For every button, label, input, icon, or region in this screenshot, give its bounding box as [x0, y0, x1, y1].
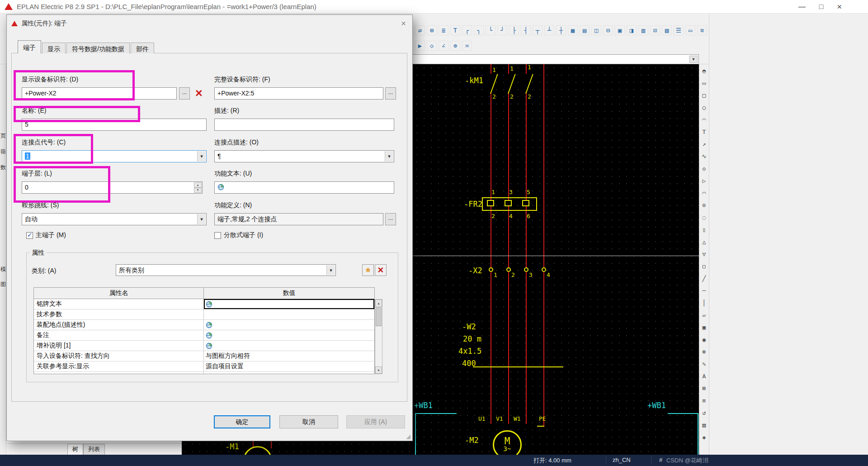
window-minimize-button[interactable]: — — [798, 3, 806, 11]
navigator-view-tab[interactable]: 列表 — [83, 444, 105, 455]
toolbar-icon[interactable]: ├ — [509, 25, 519, 35]
toolbar-icon[interactable]: ┌ — [462, 25, 472, 35]
saddle-jumper-combobox[interactable]: 自动 — [22, 213, 207, 225]
toolbar-icon[interactable]: └ — [486, 25, 495, 35]
toolbar-icon[interactable]: ⊕ — [450, 41, 460, 51]
toolbar-icon[interactable]: ┼ — [556, 25, 566, 35]
dialog-titlebar[interactable]: 属性(元件): 端子 — [7, 15, 412, 32]
scroll-up-icon[interactable] — [375, 300, 382, 307]
toolbar-icon[interactable]: ≍ — [462, 41, 472, 51]
distributed-terminal-checkbox[interactable] — [214, 232, 221, 239]
displayed-dt-input[interactable]: +Power-X2 — [22, 87, 177, 100]
toolbar-icon[interactable]: ▶ — [415, 41, 425, 51]
chevron-down-icon[interactable]: ▼ — [689, 56, 698, 63]
terminal-layer-spinner[interactable]: 0 — [22, 181, 203, 194]
table-row[interactable]: 关联参考显示:显示 源自项目设置 — [34, 361, 374, 372]
toolbar-icon[interactable]: ✎ — [700, 360, 708, 368]
toolbar-icon[interactable]: ▦ — [568, 25, 578, 35]
toolbar-icon[interactable]: ◻ — [700, 262, 708, 270]
collapsed-panel-tab[interactable]: 页 — [0, 132, 6, 140]
connection-point-combobox[interactable]: 1 — [22, 150, 207, 162]
scrollbar-thumb[interactable] — [376, 307, 382, 326]
toolbar-icon[interactable]: ◓ — [700, 67, 708, 75]
toolbar-icon[interactable]: ▭ — [700, 79, 708, 87]
spinner-buttons[interactable] — [194, 182, 202, 193]
window-maximize-button[interactable]: □ — [819, 3, 824, 11]
description-input[interactable] — [214, 119, 394, 131]
toolbar-icon[interactable]: ⊞ — [427, 25, 437, 35]
toolbar-icon[interactable]: ◉ — [700, 335, 708, 343]
toolbar-icon[interactable]: ┐ — [474, 25, 484, 35]
function-text-input[interactable] — [214, 181, 394, 194]
displayed-dt-browse-button[interactable]: ... — [179, 87, 190, 100]
toolbar-icon[interactable]: △ — [700, 238, 708, 246]
table-row[interactable]: 技术参数 — [34, 309, 374, 320]
delete-property-button[interactable] — [375, 264, 387, 276]
full-dt-browse-button[interactable]: ... — [385, 87, 396, 100]
collapsed-panel-tab[interactable]: 图 — [0, 281, 6, 288]
main-terminal-checkbox-row[interactable]: 主端子 (M) — [26, 231, 66, 239]
toolbar-icon[interactable]: ◠ — [700, 115, 708, 124]
chevron-down-icon[interactable] — [197, 151, 206, 162]
chevron-down-icon[interactable] — [385, 151, 393, 162]
toolbar-icon[interactable]: ⊟ — [603, 25, 613, 35]
category-combobox[interactable]: 所有类别 — [116, 264, 336, 276]
toolbar-icon[interactable]: ⊙ — [700, 201, 708, 209]
toolbar-icon[interactable]: ▤ — [700, 421, 708, 429]
dialog-tab[interactable]: 端子 — [18, 40, 41, 53]
table-row[interactable]: 装配地点(描述性) — [34, 320, 374, 330]
delete-dt-button[interactable] — [192, 87, 206, 100]
connection-desc-combobox[interactable]: ¶ — [214, 150, 394, 162]
ok-button[interactable]: 确定 — [214, 415, 270, 428]
toolbar-icon[interactable]: ┘ — [497, 25, 507, 35]
scroll-down-icon[interactable] — [375, 366, 382, 374]
toolbar-icon[interactable]: ┤ — [521, 25, 531, 35]
toolbar-icon[interactable]: ◇ — [427, 41, 437, 51]
chevron-down-icon[interactable] — [197, 214, 206, 224]
toolbar-icon[interactable]: ∿ — [700, 152, 708, 160]
toolbar-icon[interactable]: ⊡ — [650, 25, 660, 35]
toolbar-icon[interactable]: ╱ — [700, 274, 708, 282]
toolbar-icon[interactable]: ⇄ — [415, 25, 425, 35]
chevron-down-icon[interactable] — [326, 265, 335, 275]
toolbar-icon[interactable]: ▥ — [638, 25, 648, 35]
table-row[interactable]: 铭牌文本 — [34, 299, 374, 309]
toolbar-icon[interactable]: ◨ — [627, 25, 637, 35]
toolbar-icon[interactable]: T — [700, 128, 708, 136]
dialog-tab[interactable]: 符号数据/功能数据 — [66, 43, 130, 53]
toolbar-icon[interactable]: ↺ — [700, 409, 708, 417]
toolbar-icon[interactable]: ┴ — [544, 25, 554, 35]
toolbar-icon[interactable]: ▣ — [615, 25, 625, 35]
dialog-close-button[interactable]: × — [401, 19, 406, 29]
toolbar-icon[interactable]: ▷ — [700, 176, 708, 185]
table-row[interactable] — [34, 372, 374, 374]
table-scrollbar[interactable] — [375, 299, 382, 374]
collapsed-panel-tab[interactable]: 筛 — [0, 148, 6, 156]
toolbar-icon[interactable]: □ — [700, 91, 708, 99]
table-row[interactable]: 增补说明 [1] — [34, 341, 374, 351]
toolbar-icon[interactable]: ∠ — [439, 41, 448, 51]
toolbar-icon[interactable]: ▤ — [580, 25, 590, 35]
table-row[interactable]: 备注 — [34, 330, 374, 341]
table-row[interactable]: 导入设备标识符: 查找方向 与图框方向相符 — [34, 351, 374, 361]
toolbar-icon[interactable]: ▧ — [662, 25, 672, 35]
collapsed-panel-tab[interactable]: 模 — [0, 266, 6, 273]
resize-grip[interactable]: ◢ — [406, 433, 410, 440]
toolbar-icon[interactable]: ─ — [700, 286, 708, 295]
toolbar-icon[interactable]: ≡ — [700, 396, 708, 404]
distributed-terminal-checkbox-row[interactable]: 分散式端子 (I) — [214, 231, 263, 239]
toolbar-icon[interactable]: ▣ — [700, 323, 708, 331]
dialog-tab[interactable]: 部件 — [131, 43, 154, 53]
toolbar-icon[interactable]: ≋ — [697, 25, 707, 35]
collapsed-panel-tab[interactable]: 数 — [0, 164, 6, 171]
full-dt-input[interactable]: +Power-X2:5 — [214, 87, 383, 100]
window-close-button[interactable]: × — [837, 2, 842, 12]
toolbar-icon[interactable]: ▯ — [700, 225, 708, 233]
toolbar-icon[interactable]: ↗ — [700, 140, 708, 148]
function-definition-browse-button[interactable]: ... — [385, 213, 396, 225]
toolbar-icon[interactable]: T — [450, 25, 460, 35]
toolbar-icon[interactable]: ☰ — [674, 25, 684, 35]
toolbar-icon[interactable]: ▱ — [700, 311, 708, 319]
function-definition-input[interactable]: 端子,常规,2 个连接点 — [214, 213, 383, 225]
toolbar-icon[interactable]: ⌒ — [700, 189, 708, 197]
